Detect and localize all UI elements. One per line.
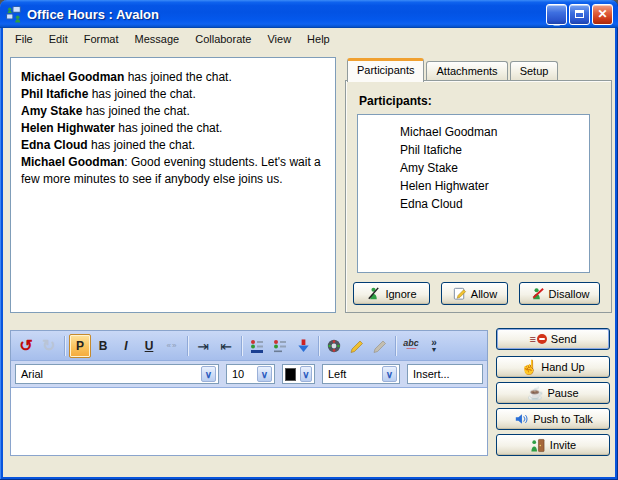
- participant-item[interactable]: Edna Cloud: [400, 195, 585, 213]
- participant-item[interactable]: Amy Stake: [400, 159, 585, 177]
- formatting-toolbar: ↺ ↻ P B I U «» ⇥ ⇤: [11, 331, 487, 361]
- close-button[interactable]: ✕: [592, 4, 613, 25]
- message-input[interactable]: [11, 388, 487, 455]
- toolbar-overflow-icon[interactable]: » ▼: [423, 334, 445, 358]
- font-bar: Arial ∨ 10 ∨ ∨ Left ∨ Insert...: [11, 361, 487, 388]
- invite-door-icon: [530, 438, 546, 453]
- toolbar-separator: [318, 336, 319, 356]
- spellcheck-icon[interactable]: abc ~~~: [400, 334, 422, 358]
- tab-participants[interactable]: Participants: [347, 58, 424, 82]
- menu-item[interactable]: Help: [299, 30, 338, 48]
- highlighter-disabled-icon[interactable]: [369, 334, 391, 358]
- window-title: Office Hours : Avalon: [27, 7, 546, 22]
- allow-button[interactable]: Allow: [441, 282, 508, 305]
- participants-list[interactable]: Michael GoodmanPhil ItaficheAmy StakeHel…: [357, 114, 590, 273]
- invite-button[interactable]: Invite: [496, 434, 610, 456]
- minimize-button[interactable]: _: [546, 4, 567, 25]
- special-characters-icon[interactable]: «»: [161, 334, 183, 358]
- client-area: FileEditFormatMessageCollaborateViewHelp…: [3, 28, 615, 477]
- chat-transcript[interactable]: Michael Goodman has joined the chat. Phi…: [10, 57, 336, 313]
- chat-sender: Phil Itafiche: [21, 87, 88, 101]
- undo-icon[interactable]: ↺: [15, 334, 37, 358]
- chat-message: Phil Itafiche has joined the chat.: [21, 86, 325, 103]
- app-icon: [6, 6, 23, 23]
- moderation-buttons: Ignore Allow: [353, 282, 601, 305]
- font-color-select[interactable]: ∨: [282, 364, 315, 384]
- message-list-icon[interactable]: [269, 334, 291, 358]
- highlighter-glyph: [349, 338, 365, 354]
- person-ignore-icon: [366, 286, 381, 301]
- ignore-button[interactable]: Ignore: [353, 282, 430, 305]
- participant-item[interactable]: Michael Goodman: [400, 123, 585, 141]
- chat-message: Edna Cloud has joined the chat.: [21, 137, 325, 154]
- paragraph-button[interactable]: P: [69, 334, 91, 358]
- pause-button[interactable]: ☕ Pause: [496, 382, 610, 404]
- menu-item[interactable]: Edit: [41, 30, 76, 48]
- alignment-select[interactable]: Left ∨: [322, 364, 400, 384]
- toolbar-separator: [395, 336, 396, 356]
- scroll-lock-glyph: [249, 338, 265, 354]
- participants-label: Participants:: [359, 94, 432, 108]
- hand-up-button[interactable]: ☝ Hand Up: [496, 356, 610, 378]
- menu-item[interactable]: Message: [127, 30, 188, 48]
- send-icon: ≡: [529, 333, 546, 345]
- chevron-down-icon[interactable]: ∨: [257, 366, 272, 382]
- insert-select[interactable]: Insert...: [407, 364, 483, 384]
- chat-sender: Edna Cloud: [21, 138, 88, 152]
- tab-setup[interactable]: Setup: [510, 61, 559, 81]
- chat-text: has joined the chat.: [88, 138, 195, 152]
- menu-item[interactable]: File: [7, 30, 41, 48]
- chat-message: Michael Goodman: Good evening students. …: [21, 154, 325, 188]
- participant-item[interactable]: Phil Itafiche: [400, 141, 585, 159]
- participant-item[interactable]: Helen Highwater: [400, 177, 585, 195]
- font-size-select[interactable]: 10 ∨: [226, 364, 275, 384]
- menu-item[interactable]: Format: [76, 30, 127, 48]
- menu-item[interactable]: View: [259, 30, 299, 48]
- side-panel: Participants Attachments Setup Participa…: [345, 58, 613, 313]
- person-disallow-button[interactable]: Disallow: [519, 282, 600, 305]
- compose-area: ↺ ↻ P B I U «» ⇥ ⇤: [10, 330, 488, 456]
- chat-text: has joined the chat.: [82, 104, 189, 118]
- scroll-to-bottom-icon[interactable]: [292, 334, 314, 358]
- underline-button[interactable]: U: [138, 334, 160, 358]
- participants-panel: Participants: Michael GoodmanPhil Itafic…: [345, 80, 612, 313]
- send-button[interactable]: ≡ Send: [496, 328, 610, 350]
- tab-attachments[interactable]: Attachments: [426, 61, 507, 81]
- maximize-button[interactable]: [569, 4, 590, 25]
- scroll-lock-icon[interactable]: [246, 334, 268, 358]
- increase-indent-icon[interactable]: ⇥: [192, 334, 214, 358]
- toolbar-separator: [187, 336, 188, 356]
- italic-button[interactable]: I: [115, 334, 137, 358]
- chat-sender: Helen Highwater: [21, 121, 115, 135]
- menu-bar: FileEditFormatMessageCollaborateViewHelp: [3, 28, 615, 49]
- app-window: Office Hours : Avalon _ ✕ FileEditFormat…: [0, 0, 618, 480]
- chat-text: has joined the chat.: [88, 87, 195, 101]
- chat-message: Amy Stake has joined the chat.: [21, 103, 325, 120]
- speaker-icon: [513, 412, 529, 427]
- message-list-glyph: [272, 338, 288, 354]
- redo-icon[interactable]: ↻: [38, 334, 60, 358]
- hand-icon: ☝: [521, 360, 537, 375]
- color-wheel-glyph: [326, 338, 342, 354]
- person-disallow-icon: [530, 286, 545, 301]
- chevron-down-icon[interactable]: ∨: [382, 366, 397, 382]
- toolbar-separator: [241, 336, 242, 356]
- chevron-down-icon[interactable]: ∨: [300, 366, 312, 382]
- chat-text: has joined the chat.: [115, 121, 222, 135]
- color-wheel-icon[interactable]: [323, 334, 345, 358]
- chat-text: has joined the chat.: [124, 70, 231, 84]
- document-pencil-icon: [452, 286, 467, 301]
- down-arrow-glyph: [296, 338, 311, 354]
- push-to-talk-button[interactable]: Push to Talk: [496, 408, 610, 430]
- bold-button[interactable]: B: [92, 334, 114, 358]
- chat-message: Helen Highwater has joined the chat.: [21, 120, 325, 137]
- chat-sender: Michael Goodman: [21, 70, 124, 84]
- chevron-down-icon[interactable]: ∨: [201, 366, 216, 382]
- title-bar[interactable]: Office Hours : Avalon _ ✕: [0, 0, 618, 28]
- menu-item[interactable]: Collaborate: [187, 30, 259, 48]
- highlighter-icon[interactable]: [346, 334, 368, 358]
- font-color-swatch: [285, 368, 296, 381]
- toolbar-separator: [64, 336, 65, 356]
- font-family-select[interactable]: Arial ∨: [15, 364, 219, 384]
- decrease-indent-icon[interactable]: ⇤: [215, 334, 237, 358]
